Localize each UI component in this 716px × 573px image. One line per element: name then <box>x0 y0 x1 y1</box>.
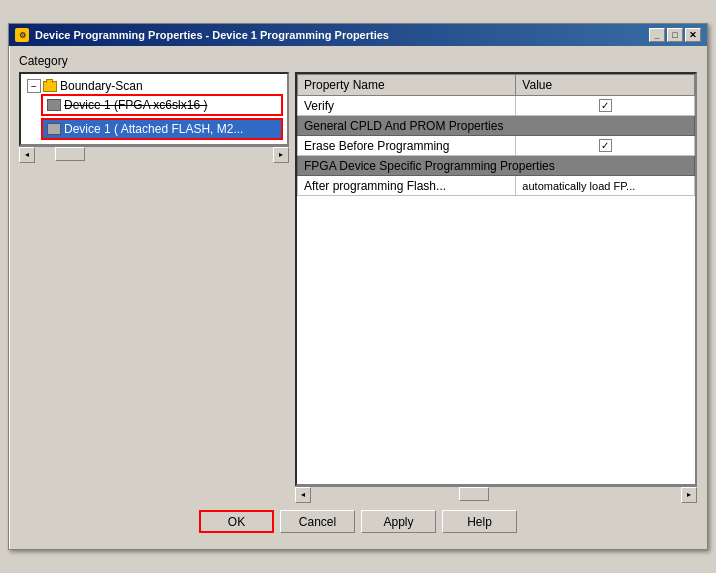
right-panel-container: Property Name Value Verify <box>295 72 697 502</box>
prop-name-after-flash: After programming Flash... <box>298 176 516 196</box>
device1-fpga-label: Device 1 (FPGA xc6slx16 ) <box>64 98 207 112</box>
left-hscrollbar[interactable]: ◂ ▸ <box>19 146 289 162</box>
title-bar: ⚙ Device Programming Properties - Device… <box>9 24 707 46</box>
main-window: ⚙ Device Programming Properties - Device… <box>8 23 708 550</box>
erase-checkbox[interactable] <box>599 139 612 152</box>
table-row: Verify <box>298 96 695 116</box>
ok-button[interactable]: OK <box>199 510 274 533</box>
category-label: Category <box>19 54 697 68</box>
window-icon: ⚙ <box>15 28 29 42</box>
minimize-button[interactable]: _ <box>649 28 665 42</box>
window-title: Device Programming Properties - Device 1… <box>35 29 389 41</box>
boundary-scan-label: Boundary-Scan <box>60 79 143 93</box>
section-general-cpld: General CPLD And PROM Properties <box>298 116 695 136</box>
table-row: Erase Before Programming <box>298 136 695 156</box>
tree-container: − Boundary-Scan Device 1 (FPGA xc6slx16 … <box>21 74 287 144</box>
category-tree[interactable]: − Boundary-Scan Device 1 (FPGA xc6slx16 … <box>19 72 289 146</box>
left-panel-container: − Boundary-Scan Device 1 (FPGA xc6slx16 … <box>19 72 289 502</box>
col-header-property: Property Name <box>298 75 516 96</box>
chip-icon-fpga <box>47 99 61 111</box>
right-scroll-right[interactable]: ▸ <box>681 487 697 503</box>
table-row: After programming Flash... automatically… <box>298 176 695 196</box>
left-scroll-track[interactable] <box>35 147 273 162</box>
table-row-section-general: General CPLD And PROM Properties <box>298 116 695 136</box>
col-header-value: Value <box>516 75 695 96</box>
close-button[interactable]: ✕ <box>685 28 701 42</box>
expand-icon[interactable]: − <box>27 79 41 93</box>
buttons-area: OK Cancel Apply Help <box>19 502 697 541</box>
left-scroll-right[interactable]: ▸ <box>273 147 289 163</box>
verify-checkbox[interactable] <box>599 99 612 112</box>
title-bar-text: ⚙ Device Programming Properties - Device… <box>15 28 389 42</box>
right-scroll-thumb[interactable] <box>459 487 489 501</box>
prop-name-erase: Erase Before Programming <box>298 136 516 156</box>
after-flash-value: automatically load FP... <box>522 180 635 192</box>
right-scroll-track[interactable] <box>311 487 681 502</box>
prop-value-erase[interactable] <box>516 136 695 156</box>
cancel-button[interactable]: Cancel <box>280 510 355 533</box>
content-area: Category − Boundary-Scan <box>9 46 707 549</box>
prop-value-verify[interactable] <box>516 96 695 116</box>
prop-name-verify: Verify <box>298 96 516 116</box>
maximize-button[interactable]: □ <box>667 28 683 42</box>
folder-icon <box>43 81 57 92</box>
properties-panel: Property Name Value Verify <box>295 72 697 486</box>
properties-table: Property Name Value Verify <box>297 74 695 196</box>
right-hscrollbar[interactable]: ◂ ▸ <box>295 486 697 502</box>
apply-button[interactable]: Apply <box>361 510 436 533</box>
tree-item-boundary-scan[interactable]: − Boundary-Scan <box>25 78 283 94</box>
main-panels: − Boundary-Scan Device 1 (FPGA xc6slx16 … <box>19 72 697 502</box>
title-bar-controls: _ □ ✕ <box>649 28 701 42</box>
left-scroll-thumb[interactable] <box>55 147 85 161</box>
tree-item-device1-flash[interactable]: Device 1 ( Attached FLASH, M2... <box>41 118 283 140</box>
help-button[interactable]: Help <box>442 510 517 533</box>
chip-icon-flash <box>47 123 61 135</box>
section-fpga-specific: FPGA Device Specific Programming Propert… <box>298 156 695 176</box>
table-row-section-fpga: FPGA Device Specific Programming Propert… <box>298 156 695 176</box>
right-scroll-left[interactable]: ◂ <box>295 487 311 503</box>
device1-flash-label: Device 1 ( Attached FLASH, M2... <box>64 122 243 136</box>
tree-item-device1-fpga[interactable]: Device 1 (FPGA xc6slx16 ) <box>41 94 283 116</box>
prop-value-after-flash[interactable]: automatically load FP... <box>516 176 695 196</box>
left-scroll-left[interactable]: ◂ <box>19 147 35 163</box>
tree-indent: Device 1 (FPGA xc6slx16 ) Device 1 ( Att… <box>25 94 283 140</box>
